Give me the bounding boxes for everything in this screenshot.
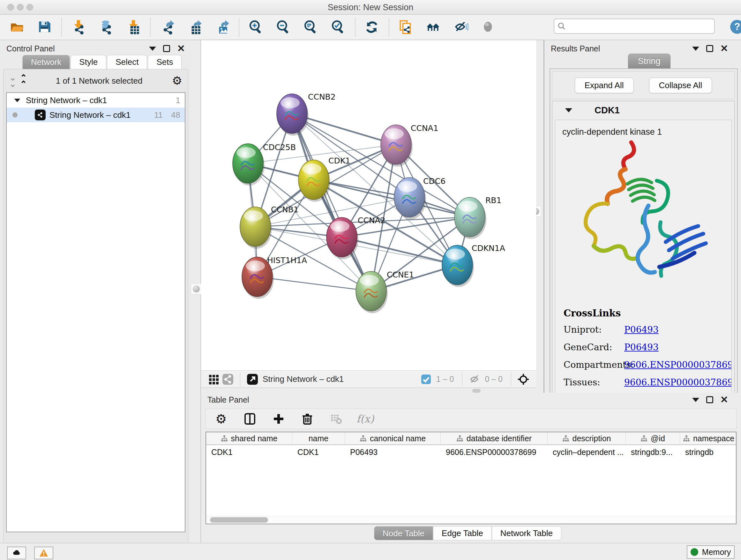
network-node-hist1h1a[interactable]: HIST1H1A — [242, 256, 307, 299]
table-cell[interactable]: stringdb — [680, 445, 737, 459]
table-panel-menu-icon[interactable] — [692, 398, 699, 402]
paste-network-icon[interactable] — [398, 19, 414, 36]
network-node-ccnb2[interactable]: CCNB2 — [277, 92, 336, 136]
tab-style[interactable]: Style — [71, 55, 106, 69]
collapse-all-button[interactable]: Collapse All — [649, 78, 712, 93]
open-icon[interactable] — [9, 19, 25, 36]
zoom-in-icon[interactable] — [248, 19, 264, 36]
add-column-icon[interactable] — [270, 411, 287, 427]
export-image-icon[interactable] — [214, 19, 230, 36]
column-header-name[interactable]: name — [292, 432, 345, 444]
cloud-status-button[interactable] — [7, 547, 26, 559]
network-node-cdc6[interactable]: CDC6 — [394, 177, 446, 219]
tab-network-table[interactable]: Network Table — [492, 526, 561, 540]
tab-edge-table[interactable]: Edge Table — [433, 526, 492, 540]
table-cell[interactable]: CDK1 — [292, 445, 345, 459]
table-cell[interactable]: P06493 — [345, 445, 441, 459]
table-scrollbar-thumb[interactable] — [210, 517, 268, 523]
results-panel-menu-icon[interactable] — [692, 47, 699, 51]
network-view-canvas[interactable]: CCNB2CCNA1CDC25BCDK1CDC6RB1CCNB1CCNA2CDK… — [201, 40, 536, 370]
memory-button[interactable]: Memory — [687, 545, 735, 559]
refresh-icon[interactable] — [364, 19, 381, 36]
warning-button[interactable] — [34, 547, 53, 559]
import-network-icon[interactable] — [70, 19, 87, 36]
control-panel-menu-icon[interactable] — [149, 47, 156, 51]
results-panel-close-icon[interactable]: ✕ — [720, 45, 728, 52]
crosslink-link[interactable]: P06493 — [624, 324, 659, 335]
network-list-item[interactable]: String Network – cdk1 11 48 — [7, 108, 185, 122]
tab-network[interactable]: Network — [22, 55, 70, 69]
grid-view-icon[interactable] — [207, 372, 221, 386]
network-options-gear-icon[interactable]: ⚙ — [172, 74, 182, 87]
tab-node-table[interactable]: Node Table — [374, 526, 433, 540]
table-panel-close-icon[interactable]: ✕ — [720, 396, 728, 403]
left-splitter-handle[interactable] — [191, 284, 202, 294]
window-minimize-button[interactable] — [17, 4, 23, 10]
export-table-icon[interactable] — [186, 19, 203, 36]
table-cell[interactable]: cyclin–dependent ... — [548, 445, 626, 459]
control-panel-float-icon[interactable] — [163, 45, 170, 52]
string-network-graph[interactable]: CCNB2CCNA1CDC25BCDK1CDC6RB1CCNB1CCNA2CDK… — [201, 40, 536, 370]
open-in-browser-icon[interactable] — [246, 372, 259, 386]
expand-all-networks-icon[interactable]: ⌃⌃ — [20, 74, 26, 87]
table-cell[interactable]: CDK1 — [206, 445, 292, 459]
search-input[interactable] — [568, 22, 711, 30]
tab-sets[interactable]: Sets — [148, 55, 182, 69]
table-panel-float-icon[interactable] — [706, 396, 713, 403]
show-columns-icon[interactable] — [242, 411, 258, 427]
save-icon[interactable] — [37, 19, 53, 36]
network-node-ccna1[interactable]: CCNA1 — [381, 124, 439, 167]
network-node-ccne1[interactable]: CCNE1 — [356, 270, 414, 313]
selected-checkbox-icon[interactable] — [419, 372, 433, 386]
help-button[interactable]: ? — [729, 18, 741, 35]
table-row[interactable]: CDK1CDK1P064939606.ENSP00000378699cyclin… — [206, 445, 736, 459]
expand-all-button[interactable]: Expand All — [575, 78, 634, 93]
tab-select[interactable]: Select — [107, 55, 147, 69]
collapse-all-networks-icon[interactable]: ⌄⌄ — [9, 74, 16, 87]
column-header-canonical-name[interactable]: canonical name — [345, 432, 441, 444]
gray-orb-icon[interactable] — [480, 19, 496, 36]
table-cell[interactable]: stringdb:9... — [626, 445, 680, 459]
import-database-icon[interactable] — [98, 19, 114, 36]
table-horizontal-scrollbar[interactable] — [206, 516, 736, 523]
window-close-button[interactable] — [7, 4, 14, 10]
network-node-ccnb1[interactable]: CCNB1 — [240, 205, 299, 249]
homes-icon[interactable] — [425, 19, 442, 36]
zoom-out-icon[interactable] — [275, 19, 292, 36]
delete-column-icon[interactable] — [299, 411, 316, 427]
column-header-description[interactable]: description — [548, 432, 626, 444]
window-zoom-button[interactable] — [26, 4, 33, 10]
birdseye-crosshair-icon[interactable] — [516, 372, 530, 386]
column-header--id[interactable]: @id — [626, 432, 680, 444]
column-header-database-identifier[interactable]: database identifier — [441, 432, 548, 444]
crosslink-link[interactable]: P06493 — [624, 342, 659, 353]
hide-eye-icon[interactable] — [453, 19, 469, 36]
export-network-icon[interactable] — [159, 19, 176, 36]
import-table-icon[interactable] — [125, 19, 142, 36]
network-node-cdc25b[interactable]: CDC25B — [232, 143, 296, 186]
network-node-rb1[interactable]: RB1 — [455, 196, 501, 239]
zoom-selected-icon[interactable] — [330, 19, 347, 36]
collapse-icon[interactable] — [14, 98, 20, 102]
table-cell[interactable]: 9606.ENSP00000378699 — [441, 445, 548, 459]
network-node-cdkn1a[interactable]: CDKN1A — [442, 244, 505, 287]
hidden-eye-icon[interactable] — [468, 372, 482, 386]
horizontal-splitter-handle[interactable] — [472, 389, 481, 393]
search-box[interactable] — [554, 18, 715, 34]
crosslink-link[interactable]: 9606.ENSP00000378699 — [624, 377, 732, 388]
zoom-fit-icon[interactable] — [302, 19, 319, 36]
table-settings-gear-icon[interactable]: ⚙ — [213, 411, 229, 427]
cdk1-collapse-icon[interactable] — [565, 108, 572, 112]
column-header-shared-name[interactable]: shared name — [206, 432, 292, 444]
results-panel-float-icon[interactable] — [706, 45, 713, 52]
control-panel-close-icon[interactable]: ✕ — [177, 45, 185, 52]
column-header-namespace[interactable]: namespace — [680, 432, 737, 444]
share-network-icon[interactable] — [221, 372, 235, 386]
network-edge[interactable] — [257, 277, 371, 291]
network-edge[interactable] — [314, 180, 470, 217]
network-list-item[interactable]: String Network – cdk1 1 — [7, 93, 185, 108]
network-node-cdk1[interactable]: CDK1 — [298, 156, 350, 202]
tab-string[interactable]: String — [628, 54, 670, 68]
crosslink-link[interactable]: 9606.ENSP00000378699 — [624, 360, 732, 370]
node-table[interactable]: shared namenamecanonical namedatabase id… — [205, 432, 737, 524]
